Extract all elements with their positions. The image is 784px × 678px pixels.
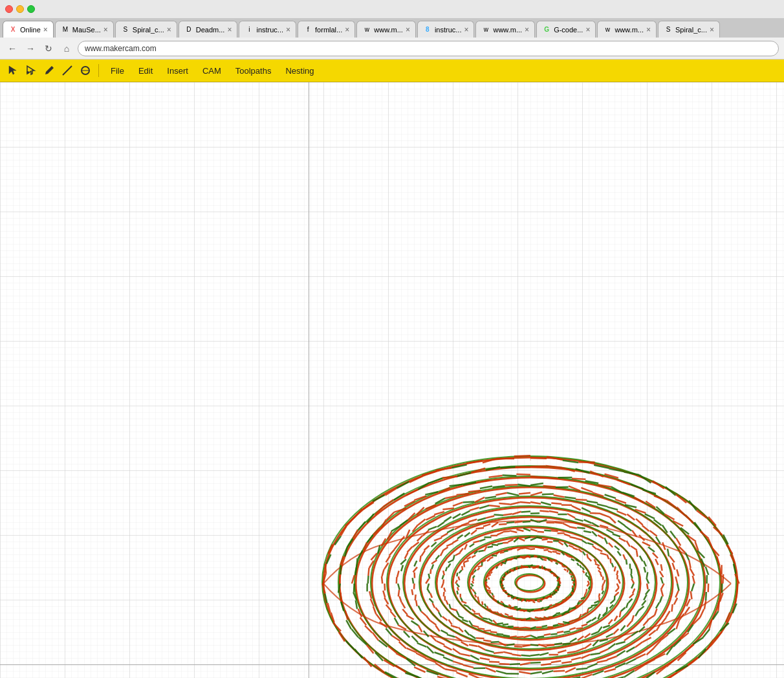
tab-instruc1[interactable]: i instruc... × — [239, 21, 296, 38]
menu-file[interactable]: File — [104, 63, 131, 78]
menu-nesting[interactable]: Nesting — [279, 63, 320, 78]
tab-label-instruc2: instruc... — [435, 26, 462, 34]
tab-close-gcode[interactable]: × — [585, 25, 590, 34]
svg-line-447 — [582, 655, 591, 659]
address-bar[interactable]: www.makercam.com — [78, 41, 779, 56]
menu-cam[interactable]: CAM — [196, 63, 228, 78]
svg-line-65 — [354, 649, 362, 658]
svg-line-517 — [638, 606, 644, 611]
tab-close-spiral1[interactable]: × — [167, 25, 171, 34]
svg-line-434 — [661, 590, 663, 596]
tab-deadm[interactable]: D Deadm... × — [179, 21, 238, 38]
svg-line-602 — [603, 626, 610, 628]
svg-line-571 — [512, 512, 521, 514]
home-button[interactable]: ⌂ — [60, 41, 74, 56]
svg-line-888 — [508, 549, 512, 551]
tab-www2[interactable]: w www.m... × — [475, 21, 535, 38]
tab-close-www1[interactable]: × — [406, 25, 410, 34]
tab-online[interactable]: X Online × — [3, 21, 54, 38]
svg-line-182 — [654, 496, 666, 501]
close-button[interactable] — [5, 5, 13, 13]
tab-close-spiral2[interactable]: × — [710, 25, 714, 34]
refresh-button[interactable]: ↻ — [41, 41, 56, 56]
svg-line-552 — [414, 584, 415, 589]
svg-line-813 — [530, 538, 536, 540]
svg-line-482 — [428, 527, 437, 530]
svg-line-677 — [611, 600, 615, 604]
svg-line-459 — [461, 654, 470, 656]
menu-toolpaths[interactable]: Toolpaths — [229, 63, 278, 78]
svg-line-684 — [582, 624, 587, 626]
tab-close-formlal[interactable]: × — [345, 25, 349, 34]
svg-line-706 — [451, 609, 457, 611]
svg-line-837 — [585, 595, 585, 598]
svg-line-352 — [693, 576, 695, 584]
tab-mause[interactable]: M MauSe... × — [55, 21, 114, 38]
svg-line-973 — [530, 556, 534, 557]
svg-line-355 — [674, 598, 677, 604]
maximize-button[interactable] — [27, 5, 35, 13]
tab-favicon-deadm: D — [184, 25, 193, 34]
svg-line-872 — [471, 584, 474, 586]
svg-line-508 — [653, 552, 658, 558]
svg-line-897 — [548, 551, 552, 552]
svg-line-839 — [579, 600, 583, 602]
svg-line-796 — [459, 570, 462, 573]
tab-close-instruc2[interactable]: × — [464, 25, 468, 34]
svg-line-795 — [457, 573, 457, 576]
back-button[interactable]: ← — [5, 41, 19, 56]
node-edit-icon[interactable] — [23, 63, 39, 78]
svg-line-472 — [398, 584, 400, 590]
tab-close-mause[interactable]: × — [103, 25, 108, 34]
svg-line-755 — [602, 591, 604, 594]
tab-close-www3[interactable]: × — [646, 25, 651, 34]
line-tool-icon[interactable] — [60, 63, 75, 78]
tab-close-instruc1[interactable]: × — [286, 25, 290, 34]
svg-line-820 — [569, 545, 573, 547]
svg-line-471 — [398, 590, 399, 596]
svg-line-495 — [551, 503, 561, 504]
svg-line-372 — [530, 672, 542, 674]
svg-line-1048 — [520, 567, 522, 568]
pen-tool-icon[interactable] — [41, 63, 57, 78]
svg-line-528 — [567, 651, 576, 653]
tab-close-online[interactable]: × — [43, 25, 48, 34]
svg-line-786 — [464, 605, 468, 607]
tab-spiral1[interactable]: S Spiral_c... × — [115, 21, 177, 38]
minimize-button[interactable] — [16, 5, 24, 13]
svg-line-805 — [488, 547, 494, 547]
svg-line-195 — [704, 600, 706, 609]
svg-line-710 — [444, 592, 444, 596]
menu-insert[interactable]: Insert — [160, 63, 195, 78]
svg-line-544 — [435, 626, 439, 631]
select-tool-icon[interactable] — [5, 63, 21, 78]
tab-instruc2[interactable]: 8 instruc... × — [417, 21, 475, 38]
svg-line-756 — [599, 593, 600, 596]
tab-www1[interactable]: w www.m... × — [356, 21, 416, 38]
menu-edit[interactable]: Edit — [132, 63, 159, 78]
svg-line-433 — [661, 584, 664, 590]
svg-line-884 — [492, 556, 497, 556]
svg-line-731 — [516, 529, 523, 531]
svg-line-787 — [462, 601, 467, 603]
tab-spiral2[interactable]: S Spiral_c... × — [658, 21, 720, 38]
svg-line-683 — [587, 620, 592, 624]
svg-line-942 — [501, 602, 503, 603]
spiral-shape — [317, 444, 744, 678]
svg-line-329 — [480, 486, 492, 488]
svg-line-546 — [426, 616, 430, 621]
svg-line-673 — [617, 584, 619, 588]
tab-formlal[interactable]: f formlal... × — [298, 21, 355, 38]
svg-line-109 — [726, 545, 732, 554]
tab-close-deadm[interactable]: × — [227, 25, 232, 34]
svg-line-886 — [500, 552, 505, 553]
shape-tool-icon[interactable] — [78, 63, 93, 78]
tab-gcode[interactable]: G G-code... × — [536, 21, 596, 38]
svg-line-1038 — [503, 576, 505, 576]
tab-close-www2[interactable]: × — [525, 25, 529, 34]
tab-favicon-formlal: f — [303, 25, 312, 34]
forward-button[interactable]: → — [23, 41, 38, 56]
svg-line-443 — [616, 642, 626, 644]
svg-line-835 — [587, 589, 587, 591]
tab-www3[interactable]: w www.m... × — [597, 21, 657, 38]
